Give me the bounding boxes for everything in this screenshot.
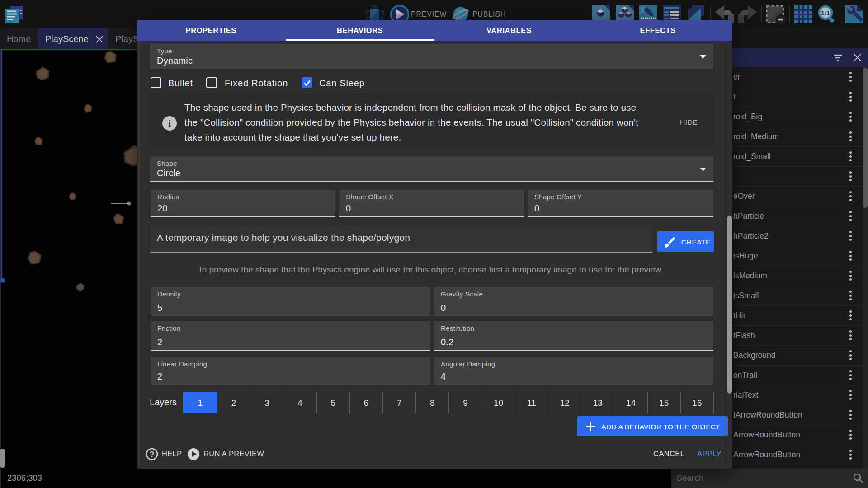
svg-text:?: ? bbox=[150, 450, 155, 459]
svg-text:1:1: 1:1 bbox=[821, 9, 830, 17]
